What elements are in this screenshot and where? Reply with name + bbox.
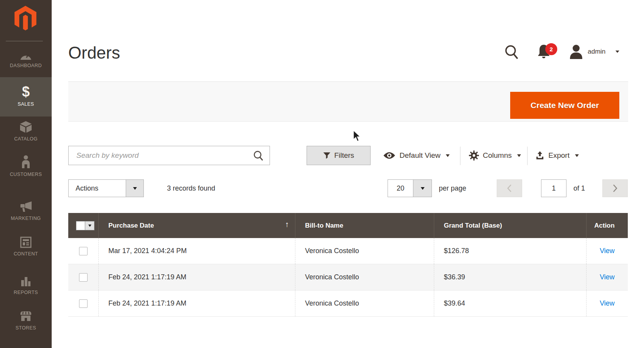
admin-user-button[interactable] bbox=[568, 44, 584, 61]
actions-dropdown[interactable]: Actions bbox=[68, 179, 144, 197]
row-checkbox[interactable] bbox=[79, 299, 88, 308]
chevron-down-icon[interactable] bbox=[615, 51, 619, 53]
chevron-right-icon bbox=[612, 184, 619, 193]
chevron-down-icon bbox=[421, 187, 425, 190]
box-icon bbox=[0, 119, 52, 133]
orders-page: DASHBOARD $ SALES CATALOG bbox=[0, 0, 644, 348]
cell-purchase-date: Mar 17, 2021 4:04:24 PM bbox=[98, 238, 295, 264]
export-label: Export bbox=[548, 151, 570, 160]
select-all-control[interactable] bbox=[76, 221, 94, 230]
bar-chart-icon bbox=[0, 272, 52, 287]
global-search-button[interactable] bbox=[504, 44, 520, 63]
sidebar-item-label: DASHBOARD bbox=[0, 63, 52, 68]
cell-grand-total: $36.39 bbox=[434, 264, 586, 290]
sidebar-item-marketing[interactable]: MARKETING bbox=[0, 198, 52, 221]
previous-page-button[interactable] bbox=[497, 179, 522, 197]
search-icon[interactable] bbox=[253, 150, 264, 163]
sidebar-item-content[interactable]: CONTENT bbox=[0, 234, 52, 257]
actions-dropdown-value: Actions bbox=[68, 179, 126, 197]
view-order-link[interactable]: View bbox=[600, 299, 615, 307]
select-all-checkbox[interactable] bbox=[76, 221, 85, 230]
sidebar-item-reports[interactable]: REPORTS bbox=[0, 272, 52, 295]
chevron-down-icon bbox=[446, 154, 450, 157]
filters-button[interactable]: Filters bbox=[307, 146, 371, 165]
per-page-caret[interactable] bbox=[413, 179, 432, 197]
sidebar-divider bbox=[6, 41, 43, 41]
sidebar-item-label: SALES bbox=[0, 101, 52, 107]
per-page-dropdown[interactable]: 20 bbox=[388, 179, 432, 197]
column-header-purchase-date[interactable]: Purchase Date ↑ bbox=[98, 213, 295, 238]
default-view-label: Default View bbox=[400, 151, 440, 160]
view-order-link[interactable]: View bbox=[600, 273, 615, 281]
search-icon bbox=[504, 44, 520, 61]
row-checkbox[interactable] bbox=[79, 273, 88, 282]
select-all-header bbox=[68, 213, 98, 238]
columns-label: Columns bbox=[483, 151, 512, 160]
page-title: Orders bbox=[68, 43, 120, 63]
cell-purchase-date: Feb 24, 2021 1:17:19 AM bbox=[98, 291, 295, 316]
search-input[interactable] bbox=[76, 146, 247, 165]
sidebar-item-customers[interactable]: CUSTOMERS bbox=[0, 154, 52, 177]
cell-bill-to-name: Veronica Costello bbox=[295, 264, 434, 290]
default-view-control[interactable]: Default View bbox=[383, 146, 450, 165]
funnel-icon bbox=[323, 152, 330, 159]
per-page-value: 20 bbox=[388, 179, 413, 197]
filters-label: Filters bbox=[334, 151, 354, 160]
admin-user-name[interactable]: admin bbox=[588, 48, 605, 56]
current-page-input[interactable] bbox=[541, 179, 566, 197]
sidebar-item-stores[interactable]: STORES bbox=[0, 308, 52, 331]
chevron-down-icon bbox=[517, 154, 521, 157]
magento-logo[interactable] bbox=[13, 5, 38, 31]
next-page-button[interactable] bbox=[602, 179, 628, 197]
chevron-down-icon bbox=[133, 187, 137, 190]
chevron-down-icon bbox=[575, 154, 579, 157]
cell-bill-to-name: Veronica Costello bbox=[295, 291, 434, 316]
user-icon bbox=[568, 44, 584, 60]
column-header-grand-total[interactable]: Grand Total (Base) bbox=[434, 213, 586, 238]
columns-control[interactable]: Columns bbox=[469, 146, 521, 165]
per-page-label: per page bbox=[439, 179, 466, 197]
layout-icon bbox=[0, 234, 52, 248]
table-row: Feb 24, 2021 1:17:19 AM Veronica Costell… bbox=[68, 291, 628, 317]
sidebar-item-label: CUSTOMERS bbox=[0, 172, 52, 177]
chevron-down-icon bbox=[88, 225, 91, 227]
cell-grand-total: $39.64 bbox=[434, 291, 586, 316]
table-header-row: Purchase Date ↑ Bill-to Name Grand Total… bbox=[68, 213, 628, 238]
toolbar-separator bbox=[460, 147, 460, 165]
export-control[interactable]: Export bbox=[535, 146, 579, 165]
dollar-icon: $ bbox=[0, 84, 52, 99]
sidebar-item-catalog[interactable]: CATALOG bbox=[0, 119, 52, 142]
column-header-action: Action bbox=[586, 213, 628, 238]
storefront-icon bbox=[0, 308, 52, 323]
toolbar-separator bbox=[527, 147, 528, 165]
table-row: Feb 24, 2021 1:17:19 AM Veronica Costell… bbox=[68, 264, 628, 291]
gear-icon bbox=[469, 150, 479, 160]
sidebar-item-label: STORES bbox=[0, 325, 52, 331]
megaphone-icon bbox=[0, 198, 52, 213]
sidebar-item-dashboard[interactable]: DASHBOARD bbox=[0, 46, 52, 68]
view-order-link[interactable]: View bbox=[600, 247, 615, 255]
sidebar-item-label: MARKETING bbox=[0, 216, 52, 221]
sidebar-item-label: REPORTS bbox=[0, 290, 52, 295]
eye-icon bbox=[383, 151, 396, 160]
records-found-text: 3 records found bbox=[167, 179, 215, 197]
cell-grand-total: $126.78 bbox=[434, 238, 586, 264]
cell-bill-to-name: Veronica Costello bbox=[295, 238, 434, 264]
person-icon bbox=[0, 154, 52, 169]
page-of-label: of 1 bbox=[573, 179, 585, 197]
column-header-bill-to-name[interactable]: Bill-to Name bbox=[295, 213, 434, 238]
keyword-search-box bbox=[68, 146, 270, 165]
row-checkbox[interactable] bbox=[79, 247, 88, 255]
dashboard-gauge-icon bbox=[0, 46, 52, 60]
sidebar-item-label: CONTENT bbox=[0, 251, 52, 257]
actions-dropdown-caret[interactable] bbox=[126, 179, 144, 197]
sidebar-item-sales[interactable]: $ SALES bbox=[0, 77, 52, 117]
table-row: Mar 17, 2021 4:04:24 PM Veronica Costell… bbox=[68, 238, 628, 264]
select-all-caret[interactable] bbox=[85, 221, 94, 230]
chevron-left-icon bbox=[506, 184, 513, 193]
create-new-order-button[interactable]: Create New Order bbox=[510, 92, 619, 119]
export-icon bbox=[535, 151, 545, 160]
cell-purchase-date: Feb 24, 2021 1:17:19 AM bbox=[98, 264, 295, 290]
sidebar: DASHBOARD $ SALES CATALOG bbox=[0, 0, 52, 348]
notification-count-badge: 2 bbox=[545, 43, 557, 55]
